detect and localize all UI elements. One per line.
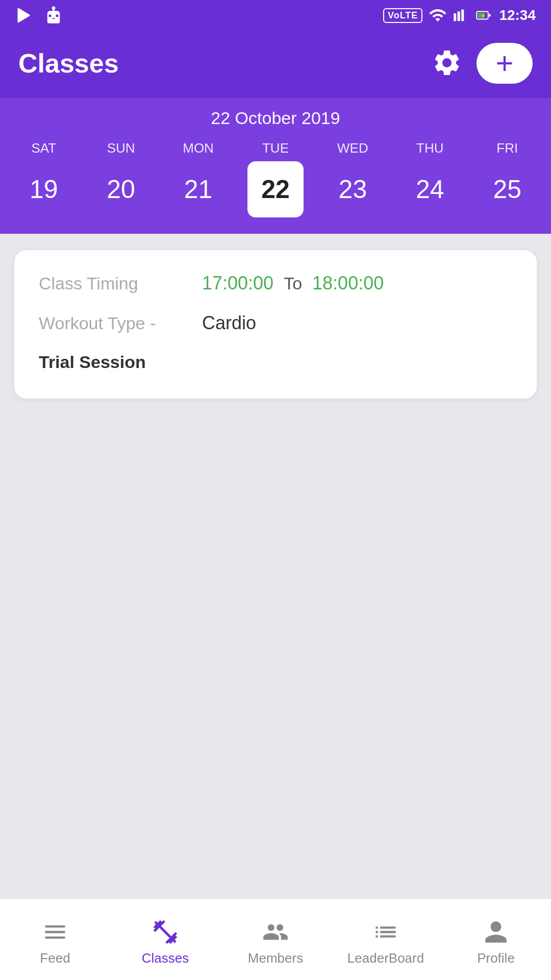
day-number: 22 xyxy=(247,161,304,217)
nav-item-profile[interactable]: Profile xyxy=(441,913,551,966)
class-card: Class Timing 17:00:00 To 18:00:00 Workou… xyxy=(14,250,537,399)
calendar-day-25[interactable]: FRI25 xyxy=(469,140,546,217)
robot-icon xyxy=(43,5,64,26)
svg-text:⚡: ⚡ xyxy=(481,13,486,19)
feed-icon xyxy=(41,918,69,946)
add-icon: + xyxy=(495,48,513,79)
start-time: 17:00:00 xyxy=(202,273,273,294)
calendar-week: SAT19SUN20MON21TUE22WED23THU24FRI25 xyxy=(0,140,551,217)
calendar-day-23[interactable]: WED23 xyxy=(314,140,391,217)
calendar-section: 22 October 2019 SAT19SUN20MON21TUE22WED2… xyxy=(0,98,551,234)
nav-item-classes[interactable]: Classes xyxy=(110,913,220,966)
day-name: SUN xyxy=(107,140,135,156)
signal-icon xyxy=(453,8,468,23)
nav-item-leaderboard[interactable]: LeaderBoard xyxy=(331,913,441,966)
day-number: 21 xyxy=(170,161,227,217)
members-icon xyxy=(261,918,290,946)
end-time: 18:00:00 xyxy=(312,273,384,294)
status-bar-right: VoLTE ⚡ 12:34 xyxy=(383,7,536,23)
timing-label: Class Timing xyxy=(39,274,202,293)
profile-label: Profile xyxy=(477,950,515,966)
calendar-day-24[interactable]: THU24 xyxy=(391,140,468,217)
calendar-day-22[interactable]: TUE22 xyxy=(237,140,314,217)
svg-rect-2 xyxy=(489,14,491,17)
day-number: 20 xyxy=(93,161,149,217)
day-number: 19 xyxy=(16,161,72,217)
workout-label: Workout Type - xyxy=(39,313,202,333)
nav-item-members[interactable]: Members xyxy=(220,913,331,966)
trial-session-label: Trial Session xyxy=(39,352,146,372)
settings-button[interactable] xyxy=(428,43,466,84)
session-row: Trial Session xyxy=(39,352,512,372)
time-display: 12:34 xyxy=(499,7,536,23)
day-name: FRI xyxy=(496,140,518,156)
time-to-label: To xyxy=(284,274,302,293)
status-bar-left xyxy=(15,5,64,26)
leaderboard-label: LeaderBoard xyxy=(347,950,424,966)
calendar-day-19[interactable]: SAT19 xyxy=(5,140,82,217)
gear-icon xyxy=(432,47,462,78)
workout-row: Workout Type - Cardio xyxy=(39,312,512,334)
day-number: 25 xyxy=(479,161,535,217)
day-name: MON xyxy=(183,140,214,156)
day-number: 23 xyxy=(324,161,381,217)
leaderboard-icon xyxy=(371,918,400,946)
day-name: TUE xyxy=(262,140,289,156)
profile-icon xyxy=(482,918,510,946)
day-number: 24 xyxy=(402,161,458,217)
add-class-button[interactable]: + xyxy=(477,43,533,84)
workout-value: Cardio xyxy=(202,312,256,334)
calendar-date-label: 22 October 2019 xyxy=(0,108,551,128)
content-area: Class Timing 17:00:00 To 18:00:00 Workou… xyxy=(0,234,551,415)
nav-item-feed[interactable]: Feed xyxy=(0,913,110,966)
calendar-day-20[interactable]: SUN20 xyxy=(82,140,159,217)
day-name: SAT xyxy=(31,140,56,156)
volte-badge: VoLTE xyxy=(383,8,422,23)
play-store-icon xyxy=(15,6,34,24)
day-name: WED xyxy=(337,140,368,156)
header-actions: + xyxy=(428,43,533,84)
bottom-nav: Feed Classes Members LeaderBoard xyxy=(0,898,551,980)
page-title: Classes xyxy=(18,48,119,79)
timing-row: Class Timing 17:00:00 To 18:00:00 xyxy=(39,273,512,294)
classes-label: Classes xyxy=(142,950,189,966)
calendar-day-21[interactable]: MON21 xyxy=(160,140,237,217)
header: Classes + xyxy=(0,31,551,98)
classes-icon xyxy=(151,918,180,946)
time-group: 17:00:00 To 18:00:00 xyxy=(202,273,384,294)
wifi-icon xyxy=(429,8,447,23)
members-label: Members xyxy=(248,950,303,966)
battery-icon: ⚡ xyxy=(474,8,493,23)
status-bar: VoLTE ⚡ 12:34 xyxy=(0,0,551,31)
feed-label: Feed xyxy=(40,950,70,966)
day-name: THU xyxy=(416,140,443,156)
